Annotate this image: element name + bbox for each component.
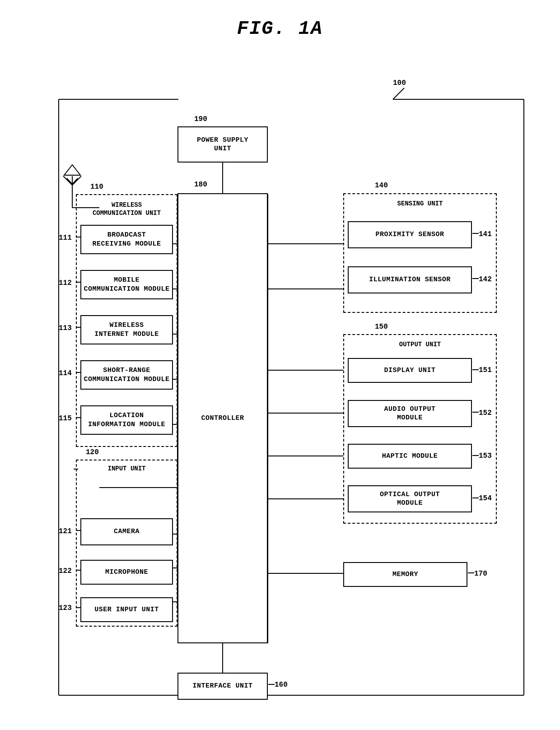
ref-180: 180 (194, 181, 207, 189)
tick-141 (472, 233, 479, 234)
svg-line-0 (393, 88, 404, 99)
tick-153 (472, 455, 479, 456)
tick-152 (472, 412, 479, 413)
broadcast-box: BROADCASTRECEIVING MODULE (80, 225, 173, 254)
ref-112: 112 (59, 279, 72, 287)
ref-160: 160 (275, 681, 288, 689)
short-range-box: SHORT-RANGECOMMUNICATION MODULE (80, 360, 173, 390)
ref-115: 115 (59, 414, 72, 423)
tick-123 (76, 607, 80, 608)
svg-line-7 (63, 176, 72, 185)
tick-112 (76, 282, 80, 283)
sensing-unit-label: SENSING UNIT (345, 200, 495, 207)
sensing-unit-dashed (343, 193, 497, 313)
display-box: DISPLAY UNIT (348, 358, 472, 383)
mobile-comm-box: MOBILECOMMUNICATION MODULE (80, 270, 173, 299)
haptic-box: HAPTIC MODULE (348, 444, 472, 469)
ref-123: 123 (59, 604, 72, 612)
tick-121 (76, 530, 80, 531)
tick-160 (268, 684, 275, 685)
ref-141: 141 (479, 230, 492, 238)
ref-121: 121 (59, 527, 72, 535)
diagram-container: FIG. 1A 100 (0, 0, 560, 730)
tick-120 (74, 469, 78, 470)
ref-151: 151 (479, 366, 492, 374)
ref-122: 122 (59, 567, 72, 575)
output-unit-label: OUTPUT UNIT (345, 341, 495, 348)
tick-142 (472, 278, 479, 279)
svg-line-9 (67, 178, 72, 184)
tick-122 (76, 570, 80, 571)
ref-142: 142 (479, 275, 492, 284)
ref-150: 150 (375, 323, 388, 331)
microphone-box: MICROPHONE (80, 560, 173, 585)
location-box: LOCATIONINFORMATION MODULE (80, 405, 173, 435)
ref-113: 113 (59, 324, 72, 332)
svg-marker-11 (64, 165, 80, 175)
wireless-comm-label: WIRELESSCOMMUNICATION UNIT (78, 201, 175, 217)
ref-153: 153 (479, 452, 492, 460)
svg-line-8 (72, 176, 81, 185)
tick-154 (472, 498, 479, 498)
memory-box: MEMORY (343, 562, 467, 587)
figure-title: FIG. 1A (237, 18, 323, 40)
ref-100: 100 (393, 79, 406, 87)
tick-114 (76, 372, 80, 373)
ref-140: 140 (375, 181, 388, 190)
tick-113 (76, 327, 80, 328)
illumination-box: ILLUMINATION SENSOR (348, 266, 472, 293)
ref-111: 111 (59, 234, 72, 242)
ref-170: 170 (474, 570, 487, 578)
tick-170 (468, 572, 474, 573)
proximity-box: PROXIMITY SENSOR (348, 221, 472, 248)
optical-output-box: OPTICAL OUTPUTMODULE (348, 485, 472, 512)
tick-115 (76, 417, 80, 418)
tick-111 (76, 237, 80, 237)
ref-114: 114 (59, 369, 72, 377)
wireless-internet-box: WIRELESSINTERNET MODULE (80, 315, 173, 344)
interface-box: INTERFACE UNIT (177, 673, 268, 700)
tick-151 (472, 369, 479, 370)
ref-120: 120 (86, 448, 99, 456)
svg-line-10 (72, 178, 78, 184)
user-input-box: USER INPUT UNIT (80, 597, 173, 622)
ref-152: 152 (479, 409, 492, 417)
ref-190: 190 (194, 115, 207, 123)
ref-110: 110 (90, 183, 103, 191)
power-supply-box: POWER SUPPLYUNIT (177, 126, 268, 163)
ref-154: 154 (479, 494, 492, 502)
audio-output-box: AUDIO OUTPUTMODULE (348, 400, 472, 427)
controller-box: CONTROLLER (177, 193, 268, 643)
camera-box: CAMERA (80, 518, 173, 545)
input-unit-label: INPUT UNIT (78, 465, 175, 472)
